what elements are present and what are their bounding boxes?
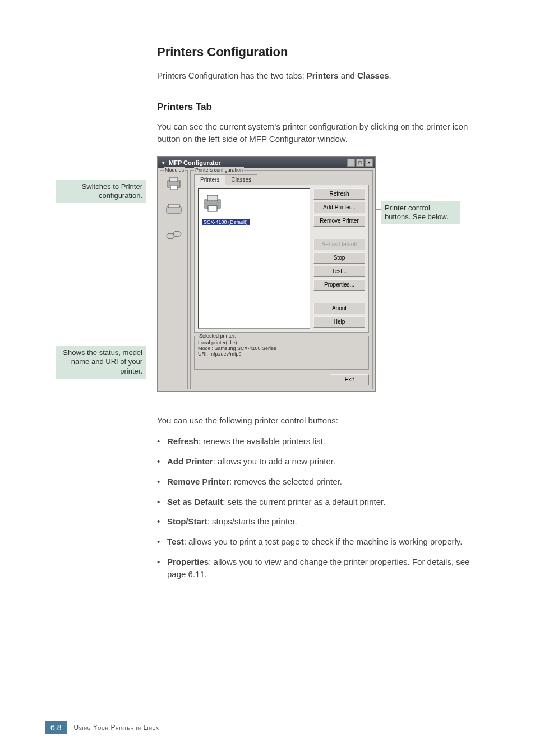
refresh-button[interactable]: Refresh [313, 188, 365, 200]
tab-classes[interactable]: Classes [225, 174, 257, 185]
bullet-stop-start-text: : stops/starts the printer. [207, 517, 297, 526]
mfp-configurator-window: ▾ MFP Configurator – □ × Modules [157, 156, 376, 392]
bullet-properties: Properties: allows you to view and chang… [157, 556, 490, 580]
svg-rect-2 [170, 185, 177, 190]
bullet-add-printer-text: : allows you to add a new printer. [213, 457, 335, 466]
bullet-remove-printer: Remove Printer: removes the selected pri… [157, 476, 490, 488]
intro-bold-classes: Classes [357, 71, 389, 80]
selected-printer-status: Local printer(idle) [198, 340, 365, 345]
bullet-list: Refresh: renews the available printers l… [157, 435, 490, 580]
exit-button[interactable]: Exit [330, 374, 369, 385]
window-titlebar[interactable]: ▾ MFP Configurator – □ × [158, 157, 375, 168]
bullet-properties-text: : allows you to view and change the prin… [167, 557, 469, 579]
selected-printer-model: Model: Samsung SCX-4100 Series [198, 345, 365, 351]
bullet-stop-start: Stop/Start: stops/starts the printer. [157, 515, 490, 528]
bullet-add-printer: Add Printer: allows you to add a new pri… [157, 455, 490, 468]
selected-printer-label: Selected printer: [198, 333, 237, 339]
printer-list-area[interactable]: SCX-4100 (Default) [198, 188, 310, 329]
window-title: MFP Configurator [169, 159, 221, 166]
properties-button[interactable]: Properties... [313, 279, 365, 291]
svg-point-6 [173, 231, 181, 237]
bullet-refresh-text: : renews the available printers list. [199, 436, 325, 446]
footer-chapter-title: Using Your Printer in Linux [73, 723, 159, 731]
bullet-refresh-label: Refresh [167, 436, 199, 446]
bullet-test-label: Test [167, 537, 184, 546]
intro-text-end: . [389, 71, 391, 80]
close-icon[interactable]: × [365, 159, 373, 167]
callout-shows-status: Shows the status, model name and URI of … [56, 346, 146, 379]
ports-module-icon[interactable] [165, 226, 183, 244]
set-as-default-button[interactable]: Set as Default [313, 239, 365, 250]
titlebar-menu-icon[interactable]: ▾ [160, 159, 167, 166]
modules-panel: Modules [160, 170, 188, 389]
intro-paragraph: Printers Configuration has the two tabs;… [157, 70, 490, 81]
subsection-heading: Printers Tab [157, 102, 490, 113]
bullet-set-default: Set as Default: sets the current printer… [157, 496, 490, 508]
callout-printer-control-buttons: Printer control buttons. See below. [381, 201, 460, 225]
maximize-icon[interactable]: □ [356, 159, 364, 167]
after-figure-text: You can use the following printer contro… [157, 414, 490, 427]
bullet-refresh: Refresh: renews the available printers l… [157, 435, 490, 448]
printers-config-label: Printers configuration [194, 167, 244, 173]
tab-printers[interactable]: Printers [194, 174, 225, 185]
printer-item-icon[interactable] [202, 192, 223, 214]
bullet-remove-printer-label: Remove Printer [167, 477, 229, 486]
bullet-test: Test: allows you to print a test page to… [157, 536, 490, 548]
page-footer: 6.8 Using Your Printer in Linux [45, 721, 159, 734]
printer-module-icon[interactable] [165, 174, 183, 192]
svg-point-10 [217, 201, 219, 203]
intro-text-pre: Printers Configuration has the two tabs; [157, 71, 307, 80]
intro-bold-printers: Printers [307, 71, 339, 80]
intro-text-mid: and [339, 71, 357, 80]
bullet-properties-label: Properties [167, 557, 209, 566]
modules-label: Modules [164, 167, 185, 173]
about-button[interactable]: About [313, 303, 365, 314]
printer-item-label[interactable]: SCX-4100 (Default) [202, 219, 250, 225]
bullet-set-default-text: : sets the current printer as a default … [223, 497, 385, 506]
bullet-set-default-label: Set as Default [167, 497, 223, 506]
bullet-remove-printer-text: : removes the selected printer. [229, 477, 342, 486]
svg-rect-1 [170, 177, 178, 182]
selected-printer-uri: URI: mfp:/dev/mfp0 [198, 351, 365, 357]
section-heading: Printers Configuration [157, 45, 490, 59]
subsection-paragraph: You can see the current system's printer… [157, 121, 490, 145]
remove-printer-button[interactable]: Remove Printer [313, 215, 365, 227]
bullet-test-text: : allows you to print a test page to che… [184, 537, 463, 546]
scanner-module-icon[interactable] [165, 200, 183, 218]
help-button[interactable]: Help [313, 316, 365, 328]
bullet-add-printer-label: Add Printer [167, 457, 213, 466]
minimize-icon[interactable]: – [347, 159, 355, 167]
svg-rect-9 [208, 206, 217, 211]
page-number: 6.8 [45, 721, 67, 734]
svg-rect-4 [168, 204, 179, 208]
bullet-stop-start-label: Stop/Start [167, 517, 207, 526]
test-button[interactable]: Test... [313, 266, 365, 277]
callout-switches-to-printer: Switches to Printer configuration. [56, 180, 146, 204]
svg-rect-8 [207, 195, 218, 201]
stop-button[interactable]: Stop [313, 252, 365, 264]
selected-printer-box: Selected printer: Local printer(idle) Mo… [194, 336, 369, 370]
add-printer-button[interactable]: Add Printer... [313, 202, 365, 213]
